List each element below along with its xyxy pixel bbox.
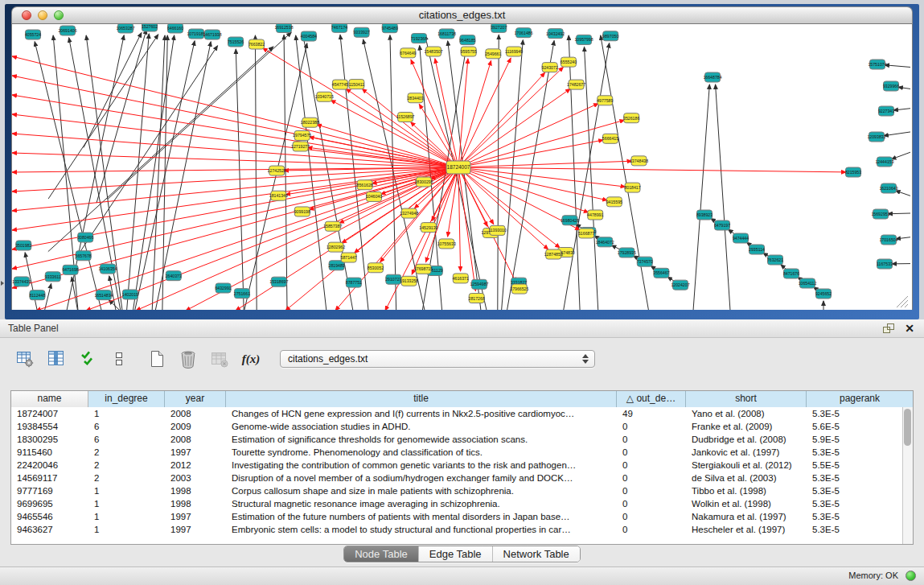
column-header-name[interactable]: name <box>11 391 88 407</box>
float-panel-icon[interactable] <box>882 323 895 335</box>
graph-node[interactable]: 6479197 <box>714 220 730 230</box>
graph-node[interactable]: 14106354 <box>98 264 117 274</box>
table-cell[interactable]: Embryonic stem cells: a model to study s… <box>226 523 617 536</box>
graph-node[interactable]: 12093832 <box>867 132 885 142</box>
column-header-year[interactable]: year <box>165 391 226 407</box>
select-all-button[interactable] <box>77 348 98 369</box>
table-row[interactable]: 1456911722003Disruption of a novel membe… <box>11 472 902 484</box>
graph-node[interactable]: 7632621 <box>767 255 783 265</box>
table-cell[interactable]: Nakamura et al. (1997) <box>686 510 807 523</box>
graph-node[interactable]: 12742528 <box>268 166 286 175</box>
graph-node[interactable]: 3556467 <box>653 268 669 278</box>
table-selector-dropdown[interactable]: citations_edges.txt <box>280 350 595 368</box>
graph-node[interactable]: 8471676 <box>783 269 799 278</box>
table-cell[interactable]: 1 <box>88 510 165 523</box>
table-cell[interactable]: Jankovic et al. (1997) <box>686 446 807 459</box>
table-cell[interactable]: 5.3E-5 <box>807 497 902 510</box>
graph-node[interactable]: 17966525 <box>510 284 528 294</box>
tab-network-table[interactable]: Network Table <box>493 546 580 562</box>
table-cell[interactable]: 0 <box>617 497 686 510</box>
graph-node[interactable]: 16210643 <box>879 183 897 193</box>
column-header-short[interactable]: short <box>686 391 807 407</box>
scrollbar-thumb[interactable] <box>904 409 911 446</box>
graph-node[interactable]: 6764649 <box>400 48 416 58</box>
network-canvas[interactable]: 4055724206914061065328715276026466160107… <box>11 24 913 310</box>
close-window-button[interactable] <box>22 10 31 20</box>
graph-node[interactable]: 13274948 <box>400 208 418 218</box>
graph-node[interactable]: 12594987 <box>470 279 488 289</box>
graph-node[interactable]: 4616371 <box>453 274 469 283</box>
graph-node[interactable]: 1402019 <box>122 290 138 299</box>
table-row[interactable]: 911546021997Tourette syndrome. Phenomeno… <box>11 446 902 459</box>
table-cell[interactable]: 9465546 <box>11 510 88 523</box>
graph-node[interactable]: 9897050 <box>602 31 618 41</box>
table-cell[interactable]: 2009 <box>165 420 226 433</box>
graph-node[interactable]: 9648185 <box>459 35 475 45</box>
table-cell[interactable]: 14569117 <box>11 472 88 484</box>
graph-node[interactable]: 15857387 <box>323 221 342 231</box>
graph-node[interactable]: 8938923 <box>696 210 713 220</box>
graph-node[interactable]: 2549661 <box>485 49 501 59</box>
graph-node[interactable]: 9329966 <box>883 81 899 91</box>
graph-node[interactable]: 16912538 <box>274 24 293 32</box>
zoom-window-button[interactable] <box>54 10 64 20</box>
table-cell[interactable]: 18300295 <box>11 433 88 446</box>
graph-node[interactable]: 4547745 <box>332 80 348 89</box>
graph-node[interactable]: 10755633 <box>437 239 456 249</box>
graph-node[interactable]: 13748438 <box>630 156 648 166</box>
table-row[interactable]: 946554611997Estimation of the future num… <box>11 510 902 523</box>
graph-node[interactable]: 7515526 <box>228 37 244 47</box>
graph-node[interactable]: 16811738 <box>437 29 456 39</box>
table-row[interactable]: 1938455462009Genome-wide association stu… <box>11 420 902 433</box>
table-cell[interactable]: 9699695 <box>11 497 88 510</box>
graph-node[interactable]: 18141349 <box>269 191 288 200</box>
table-cell[interactable]: Estimation of the future numbers of pati… <box>226 510 617 523</box>
table-cell[interactable]: 5.6E-5 <box>807 420 902 433</box>
table-cell[interactable]: 1 <box>88 523 165 536</box>
graph-node[interactable]: 8787751 <box>346 278 362 287</box>
column-header-in-degree[interactable]: in_degree <box>88 391 165 407</box>
graph-node[interactable]: 9474444 <box>733 233 749 243</box>
graph-node[interactable]: 9415595 <box>606 197 622 207</box>
graph-node[interactable]: 12719277 <box>291 142 310 151</box>
table-mode-button[interactable] <box>14 348 35 369</box>
table-cell[interactable]: de Silva et al. (2003) <box>686 472 807 484</box>
network-graph[interactable]: 4055724206914061065328715276026466160107… <box>12 24 912 310</box>
graph-node[interactable]: 11169949 <box>505 47 523 56</box>
graph-node[interactable]: 4055724 <box>25 30 41 39</box>
graph-node[interactable]: 1527602 <box>142 24 158 31</box>
table-cell[interactable]: 49 <box>617 407 686 420</box>
table-cell[interactable]: 1 <box>88 484 165 497</box>
graph-node[interactable]: 9243072 <box>542 63 558 72</box>
graph-node[interactable]: 7374570 <box>637 257 653 266</box>
column-header-out-degree-sorted[interactable]: △ out_de… <box>617 391 686 407</box>
graph-node[interactable]: 14671938 <box>203 30 221 39</box>
table-cell[interactable]: Wolkin et al. (1998) <box>686 497 807 510</box>
graph-node[interactable]: 1046040 <box>366 192 382 201</box>
table-scrollbar[interactable] <box>902 407 913 544</box>
function-builder-button[interactable]: f(x) <box>240 348 261 369</box>
graph-node[interactable]: 6555240 <box>561 57 577 67</box>
graph-node[interactable]: 2935114 <box>749 245 765 254</box>
table-cell[interactable]: 0 <box>617 446 686 459</box>
table-cell[interactable]: 5.3E-5 <box>807 523 902 536</box>
table-cell[interactable]: Stergiakouli et al. (2012) <box>686 459 807 472</box>
graph-node[interactable]: 8112448 <box>29 290 45 300</box>
graph-node[interactable]: 19133258 <box>400 276 418 286</box>
graph-node[interactable]: 4478991 <box>587 210 603 220</box>
graph-node[interactable]: 17061486 <box>514 28 532 38</box>
graph-node[interactable]: 8018417 <box>624 183 640 192</box>
graph-node[interactable]: 3526186 <box>623 113 639 123</box>
table-cell[interactable]: 1998 <box>165 484 226 497</box>
graph-node[interactable]: 15483507 <box>424 47 442 56</box>
table-cell[interactable]: 22420046 <box>11 459 88 472</box>
graph-node[interactable]: 9099198 <box>294 207 310 216</box>
graph-node[interactable]: 14529139 <box>419 223 437 233</box>
graph-node[interactable]: 16980428 <box>561 216 579 225</box>
table-cell[interactable]: 2 <box>88 472 165 484</box>
table-cell[interactable]: 1997 <box>165 446 226 459</box>
table-row[interactable]: 2242004622012Investigating the contribut… <box>11 459 902 472</box>
table-row[interactable]: 1872400712008Changes of HCN gene express… <box>11 407 902 420</box>
graph-node[interactable]: 12444153 <box>875 157 893 167</box>
graph-node[interactable]: 1150411 <box>349 80 365 89</box>
